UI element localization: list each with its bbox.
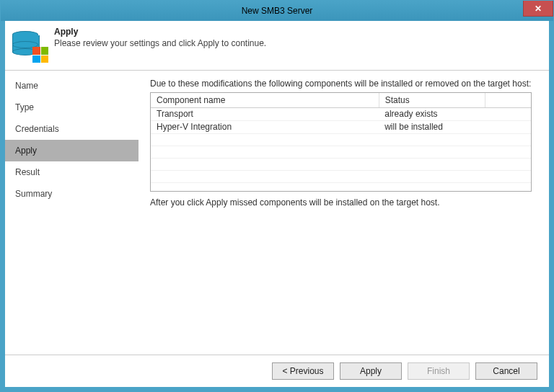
table-row [151, 146, 531, 159]
step-apply[interactable]: Apply [5, 140, 138, 161]
finish-button: Finish [408, 362, 470, 380]
cell-component-name: Transport [151, 108, 379, 121]
apply-button[interactable]: Apply [340, 362, 402, 380]
table-row [151, 134, 531, 146]
after-note: After you click Apply missed components … [150, 197, 532, 208]
step-summary[interactable]: Summary [5, 183, 138, 205]
col-header-extra[interactable] [485, 93, 531, 108]
cell-status: will be installed [379, 121, 485, 134]
table-row [151, 171, 531, 183]
intro-text: Due to these modifications the following… [150, 78, 532, 89]
close-button[interactable]: ✕ [523, 1, 553, 17]
components-table: Component name Status Transport already … [150, 92, 532, 192]
wizard-header: Apply Please review your settings and cl… [5, 21, 549, 71]
page-subtitle: Please review your settings and click Ap… [54, 38, 266, 48]
close-icon: ✕ [535, 4, 542, 14]
table-row[interactable]: Hyper-V Integration will be installed [151, 121, 531, 134]
step-result[interactable]: Result [5, 161, 138, 183]
col-header-status[interactable]: Status [379, 93, 485, 108]
titlebar: New SMB3 Server ✕ [1, 1, 553, 21]
window-body: Apply Please review your settings and cl… [1, 21, 553, 391]
server-windows-icon [12, 27, 47, 61]
wizard-content: Due to these modifications the following… [138, 71, 549, 355]
previous-button[interactable]: < Previous [272, 362, 334, 380]
col-header-name[interactable]: Component name [151, 93, 379, 108]
table-row[interactable]: Transport already exists [151, 108, 531, 121]
step-type[interactable]: Type [5, 97, 138, 118]
step-name[interactable]: Name [5, 75, 138, 97]
wizard-footer: < Previous Apply Finish Cancel [5, 355, 549, 387]
page-title: Apply [54, 27, 266, 37]
cell-component-name: Hyper-V Integration [151, 121, 379, 134]
window-title: New SMB3 Server [242, 6, 313, 16]
cancel-button[interactable]: Cancel [475, 362, 537, 380]
cell-status: already exists [379, 108, 485, 121]
table-row [151, 159, 531, 171]
wizard-steps: Name Type Credentials Apply Result Summa… [5, 71, 138, 355]
wizard-window: New SMB3 Server ✕ Apply Please review yo… [0, 0, 554, 392]
step-credentials[interactable]: Credentials [5, 118, 138, 140]
